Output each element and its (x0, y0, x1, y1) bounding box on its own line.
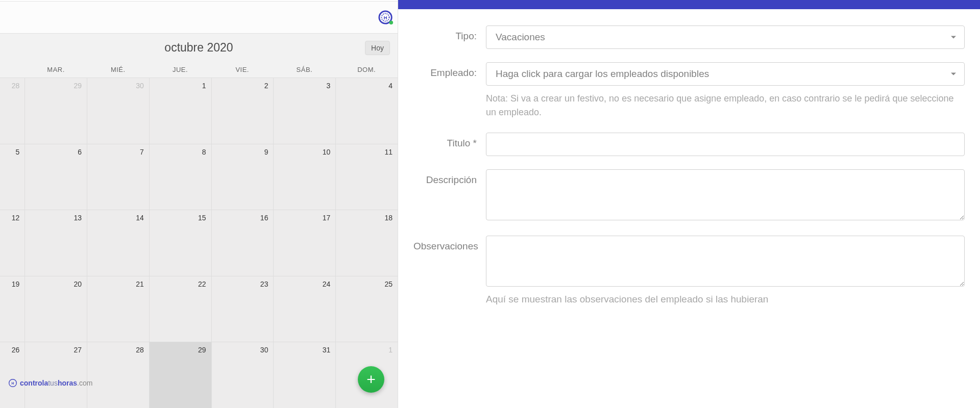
day-cell[interactable]: 5 (0, 144, 25, 210)
day-cell[interactable]: 14 (87, 210, 150, 276)
today-button[interactable]: Hoy (365, 41, 390, 55)
day-cell[interactable]: 10 (274, 144, 336, 210)
panel-header (398, 0, 980, 9)
textarea-observaciones[interactable] (486, 236, 965, 287)
input-titulo[interactable] (486, 133, 965, 156)
day-cell[interactable]: 29 (25, 78, 87, 144)
day-cell[interactable]: 9 (212, 144, 274, 210)
day-cell[interactable]: 29 (150, 342, 212, 408)
select-empleado-placeholder: Haga click para cargar los empleados dis… (496, 68, 709, 80)
day-number: 18 (384, 214, 393, 222)
day-number: 13 (74, 214, 82, 222)
label-tipo: Tipo: (413, 26, 486, 42)
brand-footer[interactable]: H controlatushoras.com (8, 378, 92, 388)
day-number: 30 (136, 82, 144, 90)
label-observaciones: Observaciones (413, 236, 486, 252)
select-tipo-value: Vacaciones (496, 32, 545, 43)
day-number: 19 (12, 280, 20, 288)
day-number: 31 (323, 346, 331, 354)
day-number: 6 (78, 148, 82, 156)
day-cell[interactable]: 28 (0, 78, 25, 144)
brand-icon[interactable]: H (378, 10, 394, 25)
chevron-down-icon (951, 73, 956, 75)
day-cell[interactable]: 25 (336, 276, 398, 342)
day-cell[interactable]: 22 (150, 276, 212, 342)
calendar-grid: MAR.MIÉ.JUE.VIE.SÁB.DOM. 282930123456789… (0, 62, 398, 408)
day-number: 9 (264, 148, 268, 156)
select-tipo[interactable]: Vacaciones (486, 26, 965, 49)
day-cell[interactable]: 8 (150, 144, 212, 210)
form-body: Tipo: Vacaciones Empleado: Haga click pa… (398, 9, 980, 408)
day-cell[interactable]: 20 (25, 276, 87, 342)
day-cell[interactable]: 15 (150, 210, 212, 276)
day-number: 2 (264, 82, 268, 90)
day-number: 28 (12, 82, 20, 90)
day-number: 27 (74, 346, 82, 354)
label-empleado: Empleado: (413, 62, 486, 79)
week-row: 19202122232425 (0, 276, 398, 343)
day-number: 17 (323, 214, 331, 222)
weekday-header: MAR. (25, 62, 87, 78)
day-cell[interactable]: 19 (0, 276, 25, 342)
day-number: 10 (323, 148, 331, 156)
day-cell[interactable]: 13 (25, 210, 87, 276)
weekday-header: SÁB. (274, 62, 336, 78)
day-cell[interactable]: 28 (87, 342, 150, 408)
select-empleado[interactable]: Haga click para cargar los empleados dis… (486, 62, 965, 86)
day-cell[interactable]: 31 (274, 342, 336, 408)
add-event-button[interactable]: + (358, 366, 384, 393)
day-cell[interactable]: 2 (212, 78, 274, 144)
calendar-title: octubre 2020 (164, 41, 233, 55)
day-number: 25 (384, 280, 393, 288)
row-tipo: Tipo: Vacaciones (413, 26, 965, 49)
day-number: 15 (198, 214, 206, 222)
row-descripcion: Descripción (413, 169, 965, 222)
week-row: 12131415161718 (0, 210, 398, 276)
calendar-toolbar: octubre 2020 Hoy (0, 34, 398, 62)
day-number: 8 (202, 148, 206, 156)
day-cell[interactable]: 21 (87, 276, 150, 342)
day-number: 22 (198, 280, 206, 288)
day-number: 1 (388, 346, 393, 354)
day-cell[interactable]: 17 (274, 210, 336, 276)
day-cell[interactable]: 4 (336, 78, 398, 144)
calendar-panel: H octubre 2020 Hoy MAR.MIÉ.JUE.VIE.SÁB.D… (0, 0, 398, 408)
textarea-descripcion[interactable] (486, 169, 965, 220)
day-number: 3 (326, 82, 330, 90)
weekday-header-row: MAR.MIÉ.JUE.VIE.SÁB.DOM. (0, 62, 398, 78)
day-cell[interactable]: 12 (0, 210, 25, 276)
day-cell[interactable]: 1 (150, 78, 212, 144)
week-row: 567891011 (0, 144, 398, 211)
day-number: 21 (136, 280, 144, 288)
weekday-header: JUE. (149, 62, 211, 78)
day-cell[interactable]: 24 (274, 276, 336, 342)
svg-text:H: H (12, 381, 14, 385)
day-number: 30 (260, 346, 268, 354)
weekday-header (0, 62, 25, 78)
day-cell[interactable]: 30 (87, 78, 150, 144)
day-cell[interactable]: 11 (336, 144, 398, 210)
day-cell[interactable]: 3 (274, 78, 336, 144)
day-number: 20 (74, 280, 82, 288)
day-cell[interactable]: 7 (87, 144, 150, 210)
day-cell[interactable]: 30 (212, 342, 274, 408)
day-cell[interactable]: 16 (212, 210, 274, 276)
day-number: 28 (136, 346, 144, 354)
label-descripcion: Descripción (413, 169, 486, 186)
day-cell[interactable]: 18 (336, 210, 398, 276)
day-cell[interactable]: 6 (25, 144, 87, 210)
header-bar: H (0, 2, 398, 34)
day-number: 14 (136, 214, 144, 222)
day-cell[interactable]: 26 (0, 342, 25, 408)
form-panel: Tipo: Vacaciones Empleado: Haga click pa… (398, 0, 980, 408)
day-number: 4 (388, 82, 393, 90)
empleado-note: Nota: Si va a crear un festivo, no es ne… (486, 92, 965, 119)
day-number: 29 (74, 82, 82, 90)
day-cell[interactable]: 23 (212, 276, 274, 342)
day-cell[interactable]: 27 (25, 342, 87, 408)
day-number: 12 (12, 214, 20, 222)
observaciones-help: Aquí se muestran las observaciones del e… (486, 294, 965, 305)
svg-point-3 (389, 21, 394, 25)
label-titulo: Titulo * (413, 133, 486, 149)
weekday-header: DOM. (335, 62, 398, 78)
